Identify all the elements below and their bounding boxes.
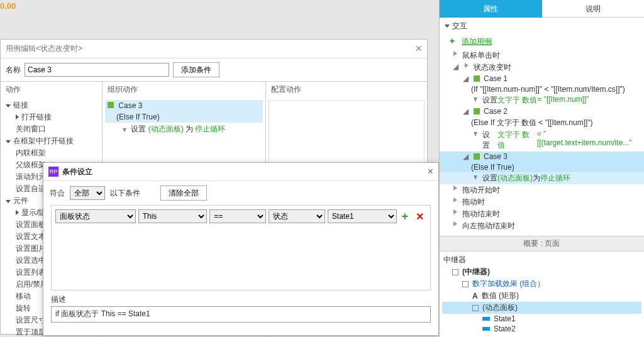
outline-tree: 中继器 (中继器) 数字加载效果 (组合） A数值 (矩形) (动态面板) St… (440, 251, 644, 336)
case-name-input[interactable] (25, 63, 169, 77)
app-icon: RP (48, 167, 58, 177)
match-suffix: 以下条件 (110, 188, 140, 199)
org-action-row[interactable]: 设置 (动态面板) 为 停止循环 (105, 123, 263, 136)
rhs-value-select[interactable]: State1 (328, 209, 397, 223)
match-label: 符合 (50, 188, 65, 199)
section-ix-label: 交互 (452, 21, 467, 31)
event-scroll-end[interactable]: 向左拖动结束时 (440, 220, 644, 232)
case2[interactable]: ◢Case 2 (440, 106, 644, 117)
act-open-in-frame[interactable]: 在框架中打开链接 (13, 136, 74, 145)
act-rotate[interactable]: 旋转 (16, 304, 31, 312)
tab-properties[interactable]: 属性 (440, 0, 542, 18)
state-icon (482, 327, 490, 331)
outline-state2[interactable]: State2 (442, 324, 641, 334)
event-state-change[interactable]: ◢状态改变时 (440, 62, 644, 74)
bolt-icon (474, 97, 477, 102)
condition-row: 面板状态 This == 状态 State1 + ✕ (55, 209, 426, 223)
col-org-header: 组织动作 (103, 82, 265, 97)
bolt-icon (474, 132, 477, 136)
condition-dialog: RP 条件设立 × 符合 全部 以下条件 清除全部 面板状态 This == 状… (43, 162, 439, 336)
add-case-link[interactable]: 添加用例 (462, 37, 492, 46)
lightning-icon (452, 197, 458, 204)
col-actions-header: 动作 (1, 82, 102, 97)
case3-cond[interactable]: (Else If True) (440, 162, 644, 172)
plus-icon: + (450, 36, 457, 43)
case1-cond[interactable]: (If "[[Item.num-num]]" < "[[Item.num/Ite… (440, 84, 644, 94)
event-click[interactable]: 鼠标单击时 (440, 50, 644, 62)
lightning-icon (452, 50, 458, 58)
event-drag-start[interactable]: 拖动开始时 (440, 184, 644, 196)
corner-value: 0.00 (0, 1, 16, 11)
org-case-row[interactable]: Case 3 (105, 100, 263, 111)
lightning-icon (452, 221, 458, 228)
case2-cond[interactable]: (Else If 文字于 数值 < "[[Item.num]]") (440, 117, 644, 129)
group-icon (462, 281, 469, 287)
section-interactions[interactable]: 交互 (440, 18, 644, 35)
bolt-icon (123, 128, 126, 132)
remove-condition-icon[interactable]: ✕ (413, 211, 426, 223)
act-set-selected[interactable]: 设置选中 (16, 256, 46, 265)
case3[interactable]: ◢Case 3 (440, 152, 644, 162)
dp-icon (472, 305, 479, 311)
condition-title: 条件设立 (62, 167, 428, 177)
case-folder-icon (108, 102, 114, 108)
outline-header: 概要 : 页面 (440, 236, 644, 251)
desc-box[interactable]: if 面板状态于 This == State1 (51, 306, 431, 323)
case2-action[interactable]: 设置 文字于 数值 = "[[(target.text+item.num/ite… (440, 129, 644, 152)
act-inner-frame[interactable]: 内联框架 (16, 148, 46, 157)
act-move[interactable]: 移动 (16, 292, 31, 301)
desc-label: 描述 (43, 290, 438, 306)
grp-links[interactable]: 链接 (13, 101, 28, 109)
org-case-cond[interactable]: (Else If True) (105, 111, 263, 123)
interactions-tree: 鼠标单击时 ◢状态改变时 ◢Case 1 (If "[[Item.num-num… (440, 50, 644, 236)
operator-select[interactable]: == (209, 209, 266, 223)
outline-group[interactable]: 数字加载效果 (组合） (442, 278, 641, 290)
act-set-text[interactable]: 设置文本 (16, 232, 46, 241)
case-icon (474, 153, 480, 160)
clear-all-button[interactable]: 清除全部 (160, 185, 207, 201)
act-parent-frame[interactable]: 父级框架 (16, 160, 46, 169)
add-condition-icon[interactable]: + (399, 210, 411, 223)
org-value: 停止循环 (195, 124, 225, 133)
inspector-panel: 属性 说明 交互 + 添加用例 鼠标单击时 ◢状态改变时 ◢Case 1 (If… (439, 0, 644, 337)
event-drag-end[interactable]: 拖动结束时 (440, 208, 644, 220)
case-editor-title: 用例编辑<状态改变时> (6, 43, 82, 54)
outline-repeater-h[interactable]: 中继器 (442, 254, 641, 266)
act-set-image[interactable]: 设置图片 (16, 244, 46, 253)
case-icon (474, 108, 480, 114)
add-condition-button[interactable]: 添加条件 (173, 62, 219, 77)
outline-repeater[interactable]: (中继器) (442, 266, 641, 278)
case1-action[interactable]: 设置 文字于 数值 = "[[Item.num]]" (440, 94, 644, 106)
org-case-name: Case 3 (118, 101, 142, 110)
repeater-icon (452, 269, 458, 275)
grp-widgets[interactable]: 元件 (13, 196, 28, 205)
col-config-header: 配置动作 (266, 82, 427, 97)
outline-state1[interactable]: State1 (442, 314, 641, 324)
close-icon[interactable]: × (428, 166, 433, 177)
act-close-window[interactable]: 关闭窗口 (16, 124, 46, 133)
outline-dp[interactable]: (动态面板) (442, 302, 641, 314)
org-target: (动态面板) (148, 124, 184, 133)
case1[interactable]: ◢Case 1 (440, 74, 644, 84)
lhs-type-select[interactable]: 面板状态 (55, 209, 136, 223)
tab-notes[interactable]: 说明 (542, 0, 645, 18)
outline-num[interactable]: A数值 (矩形) (442, 290, 641, 302)
state-icon (482, 317, 490, 321)
lightning-icon (452, 209, 458, 216)
close-icon[interactable]: × (415, 42, 422, 55)
org-to: 为 (184, 124, 196, 133)
rhs-type-select[interactable]: 状态 (269, 209, 325, 223)
act-size[interactable]: 设置尺寸 (16, 316, 46, 324)
case3-action[interactable]: 设置 (动态面板) 为 停止循环 (440, 172, 644, 184)
event-drag[interactable]: 拖动时 (440, 196, 644, 208)
match-mode-select[interactable]: 全部 (70, 186, 105, 200)
lightning-icon (464, 62, 470, 70)
act-open-link[interactable]: 打开链接 (21, 113, 52, 121)
lhs-target-select[interactable]: This (138, 209, 208, 223)
org-set: 设置 (131, 124, 148, 133)
case-icon (474, 75, 480, 82)
case-name-label: 名称 (6, 65, 21, 75)
bolt-icon (474, 175, 477, 180)
chevron-down-icon (445, 25, 450, 28)
conditions-area: 面板状态 This == 状态 State1 + ✕ (51, 205, 431, 290)
